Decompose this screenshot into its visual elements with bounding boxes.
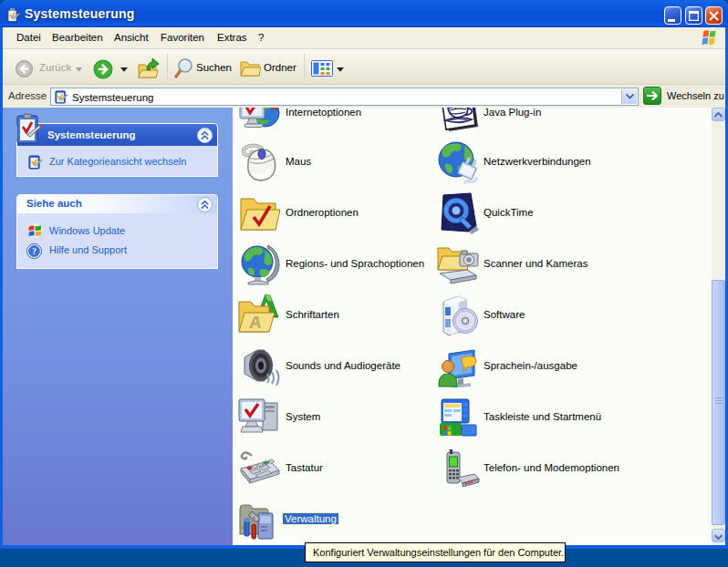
svg-text:?: ? bbox=[32, 246, 36, 256]
